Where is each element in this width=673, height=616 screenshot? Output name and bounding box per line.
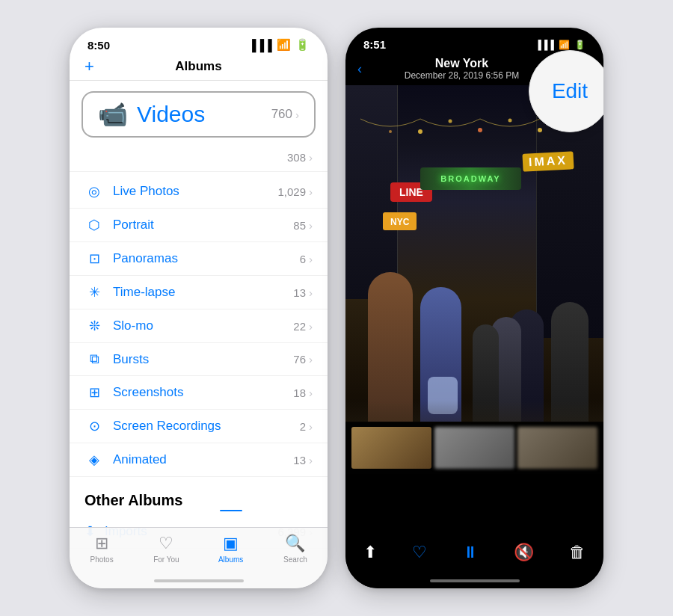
screen-rec-icon: ⊙ [84, 418, 104, 434]
album-name: Live Photos [113, 184, 277, 199]
trash-button[interactable]: 🗑 [569, 543, 586, 562]
add-album-button[interactable]: + [84, 57, 94, 76]
album-count: 13 [293, 454, 306, 466]
panoramas-icon: ⊡ [84, 250, 104, 267]
tab-albums[interactable]: ▣ Albums [199, 534, 263, 564]
screenshots-icon: ⊞ [84, 384, 104, 401]
red-sign-text: LINE [399, 186, 423, 198]
right-time: 8:51 [363, 38, 386, 51]
list-item[interactable]: ◎ Live Photos 1,029 › [70, 175, 328, 209]
search-tab-icon: 🔍 [285, 534, 305, 553]
left-status-icons: ▐▐▐ 📶 🔋 [248, 38, 310, 52]
album-count: 13 [293, 286, 306, 299]
left-phone: 8:50 ▐▐▐ 📶 🔋 + Albums 📹 Videos 760 › 308… [70, 28, 328, 588]
list-item[interactable]: ⬡ Portrait 85 › [70, 209, 328, 242]
list-item[interactable]: ◈ Animated 13 › [70, 443, 328, 477]
blank-chevron-icon: › [309, 151, 313, 164]
tab-search-label: Search [283, 555, 307, 564]
album-count: 22 [293, 320, 306, 333]
list-item[interactable]: ✳ Time-lapse 13 › [70, 276, 328, 309]
wifi-icon: 📶 [277, 38, 291, 52]
album-name: Screen Recordings [113, 419, 300, 434]
edit-circle-highlight: Edit [529, 50, 603, 132]
tab-for-you[interactable]: ♡ For You [134, 534, 198, 564]
list-item[interactable]: ⊙ Screen Recordings 2 › [70, 410, 328, 443]
filmstrip-thumbnails[interactable] [345, 422, 603, 474]
filmstrip-thumb-1[interactable] [351, 427, 431, 469]
album-name: Animated [113, 452, 293, 467]
album-count: 18 [293, 386, 306, 399]
photo-display[interactable]: IMAX LINE NYC BROADWAY [345, 85, 603, 474]
filmstrip-thumb-2[interactable] [434, 427, 514, 469]
right-status-icons: ▐▐▐ 📶 🔋 [535, 40, 586, 50]
blank-album-row[interactable]: 308 › [70, 144, 328, 172]
chevron-icon: › [309, 320, 313, 333]
chevron-icon: › [309, 420, 313, 433]
right-phone: Edit 8:51 ▐▐▐ 📶 🔋 ‹ New York December 28… [345, 28, 603, 588]
animated-icon: ◈ [84, 452, 104, 468]
album-name: Portrait [113, 218, 293, 232]
portrait-icon: ⬡ [84, 217, 104, 233]
left-time: 8:50 [87, 39, 110, 52]
album-name: Slo-mo [113, 318, 293, 333]
svg-point-2 [478, 128, 482, 132]
bursts-icon: ⧉ [84, 351, 104, 367]
imax-text: IMAX [529, 154, 568, 169]
filmstrip-thumb-3[interactable] [517, 427, 597, 469]
album-list: ◎ Live Photos 1,029 › ⬡ Portrait 85 › ⊡ … [70, 175, 328, 477]
album-name: Bursts [113, 352, 293, 367]
tab-photos[interactable]: ⊞ Photos [70, 534, 134, 564]
album-name: Panoramas [113, 251, 300, 266]
share-button[interactable]: ⬆ [363, 543, 377, 562]
videos-label: Videos [137, 102, 271, 127]
album-count: 85 [293, 219, 306, 232]
neon-text: BROADWAY [440, 174, 500, 183]
battery-icon: 🔋 [295, 38, 310, 52]
albums-header-bar: + Albums [70, 56, 328, 81]
videos-count: 760 [271, 107, 292, 122]
timelapse-icon: ✳ [84, 284, 104, 301]
album-count: 1,029 [277, 185, 306, 198]
yellow-sign-text: NYC [390, 217, 409, 227]
svg-point-1 [449, 120, 452, 123]
edit-circle: Edit [529, 50, 603, 132]
left-status-bar: 8:50 ▐▐▐ 📶 🔋 [70, 28, 328, 56]
tab-albums-label: Albums [218, 555, 243, 564]
mute-button[interactable]: 🔇 [514, 543, 534, 562]
signal-bars-icon: ▐▐▐ [535, 40, 554, 50]
videos-chevron-icon: › [295, 108, 299, 121]
chevron-icon: › [309, 454, 313, 466]
neon-bar: BROADWAY [420, 167, 521, 190]
signal-bars-icon: ▐▐▐ [248, 39, 272, 52]
list-item[interactable]: ⊞ Screenshots 18 › [70, 376, 328, 410]
chevron-icon: › [309, 219, 313, 232]
live-photos-icon: ◎ [84, 183, 104, 200]
slomo-icon: ❊ [84, 318, 104, 334]
tab-active-indicator [220, 510, 242, 511]
edit-button[interactable]: Edit [552, 79, 588, 103]
chevron-icon: › [309, 386, 313, 399]
chevron-icon: › [309, 253, 313, 265]
tab-search[interactable]: 🔍 Search [263, 534, 328, 564]
yellow-sign: NYC [383, 212, 417, 230]
pause-button[interactable]: ⏸ [462, 543, 479, 562]
chevron-icon: › [309, 185, 313, 198]
album-name: Time-lapse [113, 285, 293, 300]
home-indicator [154, 579, 244, 582]
notch [426, 28, 523, 50]
list-item[interactable]: ❊ Slo-mo 22 › [70, 309, 328, 343]
album-count: 6 [300, 253, 306, 265]
svg-point-0 [418, 129, 422, 134]
svg-point-5 [389, 130, 392, 133]
videos-album-row[interactable]: 📹 Videos 760 › [82, 91, 316, 138]
heart-button[interactable]: ♡ [412, 543, 427, 562]
list-item[interactable]: ⊡ Panoramas 6 › [70, 242, 328, 276]
ground-glow [345, 401, 603, 423]
album-count: 76 [293, 353, 306, 366]
album-count: 2 [300, 420, 306, 433]
video-camera-icon: 📹 [98, 100, 128, 129]
other-albums-header: Other Albums [70, 477, 328, 515]
crowd-person-1 [368, 272, 413, 422]
tab-photos-label: Photos [90, 555, 114, 564]
list-item[interactable]: ⧉ Bursts 76 › [70, 343, 328, 376]
